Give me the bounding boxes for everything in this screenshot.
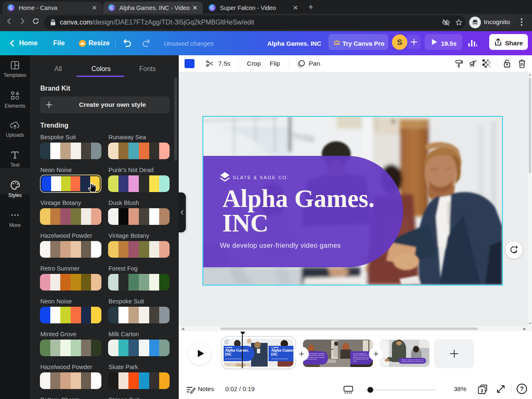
svg-text:C: C — [210, 5, 214, 10]
svg-text:C: C — [9, 5, 12, 10]
svg-text:3: 3 — [480, 388, 483, 393]
svg-text:C: C — [110, 5, 113, 10]
